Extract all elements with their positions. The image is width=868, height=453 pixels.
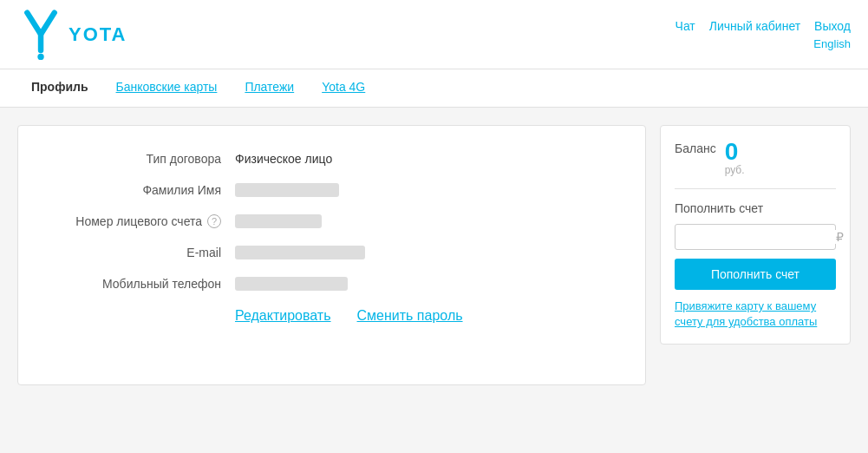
profile-card: Тип договора Физическое лицо Фамилия Имя… <box>17 125 646 385</box>
tab-bank-cards[interactable]: Банковские карты <box>102 69 232 107</box>
topup-currency: ₽ <box>836 230 844 244</box>
tabs-bar: Профиль Банковские карты Платежи Yota 4G <box>0 69 868 108</box>
balance-box: Баланс 0 руб. Пополнить счет ₽ Пополнить… <box>660 125 851 345</box>
main-content: Тип договора Физическое лицо Фамилия Имя… <box>0 108 868 403</box>
yota-logo: YOTA <box>17 9 65 61</box>
balance-currency: руб. <box>725 164 745 176</box>
balance-number: 0 <box>725 140 739 164</box>
value-account <box>235 214 322 228</box>
header-nav-top: Чат Личный кабинет Выход <box>675 19 851 33</box>
topup-input-wrap: ₽ <box>675 224 836 250</box>
label-name: Фамилия Имя <box>53 183 235 197</box>
topup-label: Пополнить счет <box>675 201 836 215</box>
profile-row-email: E-mail <box>53 246 610 259</box>
edit-link[interactable]: Редактировать <box>235 308 331 324</box>
profile-row-phone: Мобильный телефон <box>53 277 610 291</box>
label-contract: Тип договора <box>53 152 235 166</box>
logout-link[interactable]: Выход <box>814 19 851 33</box>
profile-actions: Редактировать Сменить пароль <box>53 308 610 324</box>
logo-text: YOTA <box>69 23 127 46</box>
svg-point-1 <box>37 53 43 59</box>
value-email <box>235 246 365 259</box>
balance-amount: 0 руб. <box>725 140 745 176</box>
chat-link[interactable]: Чат <box>675 19 695 33</box>
logo-area: YOTA YOTA <box>17 9 127 61</box>
topup-button[interactable]: Пополнить счет <box>675 259 836 290</box>
profile-row-contract: Тип договора Физическое лицо <box>53 152 610 166</box>
card-link[interactable]: Привяжите карту к вашему счету для удобс… <box>675 299 836 330</box>
cabinet-link[interactable]: Личный кабинет <box>709 19 800 33</box>
balance-row: Баланс 0 руб. <box>675 140 836 189</box>
tab-profile[interactable]: Профиль <box>17 69 102 107</box>
english-label[interactable]: English <box>813 37 851 50</box>
balance-label: Баланс <box>675 140 716 155</box>
label-email: E-mail <box>53 246 235 259</box>
sidebar: Баланс 0 руб. Пополнить счет ₽ Пополнить… <box>660 125 851 385</box>
value-phone <box>235 277 348 291</box>
topup-input[interactable] <box>684 230 836 244</box>
tab-yota4g[interactable]: Yota 4G <box>308 69 379 107</box>
header-nav: Чат Личный кабинет Выход English <box>675 19 851 50</box>
label-account: Номер лицевого счета ? <box>53 214 235 228</box>
value-contract: Физическое лицо <box>235 152 332 166</box>
help-icon[interactable]: ? <box>207 214 221 228</box>
header: YOTA YOTA Чат Личный кабинет Выход Engli… <box>0 0 868 69</box>
profile-row-account: Номер лицевого счета ? <box>53 214 610 228</box>
change-password-link[interactable]: Сменить пароль <box>357 308 463 324</box>
tab-payments[interactable]: Платежи <box>231 69 308 107</box>
value-name <box>235 183 339 197</box>
label-phone: Мобильный телефон <box>53 277 235 291</box>
profile-row-name: Фамилия Имя <box>53 183 610 197</box>
language-switch[interactable]: English <box>813 36 851 50</box>
